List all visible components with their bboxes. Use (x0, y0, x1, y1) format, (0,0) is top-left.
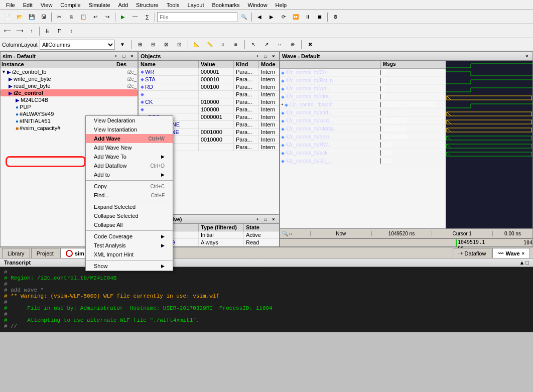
menu-item-view[interactable]: View (37, 1, 57, 9)
copy-btn[interactable]: ⎘ (66, 12, 77, 23)
menu-item-bookmarks[interactable]: Bookmarks (208, 1, 243, 9)
ctx-item-copy[interactable]: Copy Ctrl+C (86, 182, 173, 191)
tree-item-3[interactable]: ▶ i2c_control (1, 89, 138, 96)
save2-btn[interactable]: 🖫 (38, 12, 49, 23)
col-btn8[interactable]: ≡ (230, 39, 241, 50)
transcript-expand-icon[interactable]: ▲ (519, 259, 524, 266)
col-btn1[interactable]: ⊞ (135, 39, 146, 50)
wave-btn[interactable]: 〰 (129, 12, 141, 23)
col-btn11[interactable]: ↔ (274, 39, 285, 50)
ctx-item-expand-selected[interactable]: Expand Selected (86, 202, 173, 211)
ctx-item-xml-import-hint[interactable]: XML Import Hint (86, 250, 173, 259)
ctx-item-view-declaration[interactable]: View Declaration (86, 116, 173, 125)
obj-row-4[interactable]: ◆ CK 010000 Para... Intern (139, 98, 279, 106)
cut-btn[interactable]: ✂ (54, 12, 65, 23)
tab-project[interactable]: Project (31, 248, 59, 258)
tab-wave[interactable]: 〰 Wave × (492, 248, 530, 258)
redo-btn[interactable]: ↪ (102, 12, 113, 23)
ctx-item-add-dataflow[interactable]: Add Dataflow Ctrl+D (86, 161, 173, 170)
wave-row-6[interactable]: ◆ /i2c_control_tb/wird... 11010101 (280, 117, 446, 125)
ctx-item-test-analysis[interactable]: Test Analysis ▶ (86, 241, 173, 250)
processes-icon-window[interactable]: □ (262, 216, 269, 223)
menu-item-add[interactable]: Add (114, 1, 132, 9)
tab-library[interactable]: Library (2, 248, 30, 258)
undo-btn[interactable]: ↩ (90, 12, 101, 23)
nav-btn4[interactable]: ⇊ (42, 26, 53, 37)
search-btn[interactable]: 🔍 (238, 12, 249, 23)
tree-item-1[interactable]: ▶ write_one_byte i2c_ (1, 75, 138, 82)
wave-icon-close[interactable]: × (523, 53, 530, 60)
wave-row-8[interactable]: ◆ /i2c_control_tb/devi... 10100000 (280, 133, 446, 141)
wave-row-9[interactable]: ◆ /i2c_control_tb/RW... St0 (280, 141, 446, 149)
tb-btn2[interactable]: ▶ (266, 12, 277, 23)
obj-row-2[interactable]: ◆ RD 000100 Para... Intern (139, 83, 279, 91)
wave-scroll-icon[interactable]: ↔ (288, 231, 293, 236)
ctx-item-add-wave-to[interactable]: Add Wave To ▶ (86, 152, 173, 161)
ctx-item-view-instantiation[interactable]: View Instantiation (86, 125, 173, 134)
processes-icon-close[interactable]: × (270, 216, 277, 223)
col-btn10[interactable]: ↗ (261, 39, 272, 50)
col-btn5[interactable]: 📐 (191, 39, 202, 50)
wave-zoom-icon[interactable]: 🔍 (282, 231, 288, 236)
tb-btn7[interactable]: ⚙ (330, 12, 341, 23)
wave-row-3[interactable]: ◆ /i2c_control_tb/rdre... 0 (280, 93, 446, 101)
sim-panel-icon-close[interactable]: × (128, 53, 136, 60)
tb-btn4[interactable]: ⏩ (290, 12, 301, 23)
nav-btn3[interactable]: ↑ (26, 26, 37, 37)
tab-wave-close[interactable]: × (522, 251, 524, 256)
col-btn9[interactable]: ↖ (248, 39, 259, 50)
ctx-item-code-coverage[interactable]: Code Coverage ▶ (86, 232, 173, 241)
nav-btn1[interactable]: ⟵ (2, 26, 13, 37)
menu-item-structure[interactable]: Structure (132, 1, 163, 9)
menu-item-simulate[interactable]: Simulate (85, 1, 114, 9)
save-btn[interactable]: 💾 (26, 12, 37, 23)
ctx-item-find...[interactable]: Find... Ctrl+F (86, 191, 173, 200)
col-btn3[interactable]: ⊠ (161, 39, 172, 50)
col-layout-btn[interactable]: ▼ (117, 39, 128, 50)
wave-row-1[interactable]: ◆ /i2c_control_tb/Rst_n 1 (280, 77, 446, 85)
col-btn4[interactable]: ⊡ (174, 39, 185, 50)
wave-row-2[interactable]: ◆ /i2c_control_tb/wrr... 0 (280, 85, 446, 93)
tb-btn6[interactable]: ⏹ (314, 12, 325, 23)
processes-icon-plus[interactable]: + (254, 216, 261, 223)
objects-icon-close[interactable]: × (270, 53, 277, 60)
wave-row-10[interactable]: ◆ /i2c_control_tb/ack St0 (280, 149, 446, 157)
tree-item-0[interactable]: ▼ ▶ i2c_control_tb i2c_ (1, 68, 138, 75)
col-btn6[interactable]: 📏 (204, 39, 215, 50)
wave-row-11[interactable]: ◆ /i2c_control_tb/i2c_... St1 (280, 157, 446, 165)
objects-icon-plus[interactable]: + (254, 53, 261, 60)
transcript-window-icon[interactable]: □ (525, 259, 529, 266)
obj-row-5[interactable]: ◆ 100000 Para... Intern (139, 106, 279, 113)
nav-btn6[interactable]: ↕ (66, 26, 77, 37)
tree-item-2[interactable]: ▶ read_one_byte i2c_ (1, 82, 138, 89)
tb-btn5[interactable]: ⏸ (302, 12, 313, 23)
ctx-item-collapse-selected[interactable]: Collapse Selected (86, 211, 173, 220)
wave-expand-${i}[interactable]: + (281, 102, 284, 107)
ctx-item-add-wave-new[interactable]: Add Wave New (86, 143, 173, 152)
ctx-item-show[interactable]: Show ▶ (86, 262, 173, 271)
objects-icon-window[interactable]: □ (262, 53, 269, 60)
menu-item-window[interactable]: Window (243, 1, 271, 9)
column-layout-select[interactable]: AllColumns (40, 40, 115, 50)
wave-row-0[interactable]: ◆ /i2c_control_tb/Clk 0 (280, 69, 446, 77)
new-btn[interactable]: 📄 (2, 12, 13, 23)
col-btn13[interactable]: ✖ (305, 39, 316, 50)
wave-row-4[interactable]: + ◆ /i2c_control_tb/addr 000011110000000… (280, 101, 446, 109)
sim-btn[interactable]: ∑ (142, 12, 153, 23)
ctx-item-add-wave[interactable]: Add Wave Ctrl+W (86, 134, 173, 143)
menu-item-tools[interactable]: Tools (163, 1, 184, 9)
tree-item-5[interactable]: ● PUP (1, 103, 138, 110)
wave-row-5[interactable]: ◆ /i2c_control_tb/add... 0 (280, 109, 446, 117)
open-btn[interactable]: 📂 (14, 12, 25, 23)
col-btn2[interactable]: ⊟ (148, 39, 159, 50)
menu-item-help[interactable]: Help (272, 1, 291, 9)
paste-btn[interactable]: 📋 (78, 12, 89, 23)
ctx-item-add-to[interactable]: Add to ▶ (86, 170, 173, 179)
tab-dataflow[interactable]: ⇢ Dataflow (453, 248, 492, 258)
nav-btn5[interactable]: ⇈ (54, 26, 65, 37)
menu-item-compile[interactable]: Compile (56, 1, 84, 9)
tb-btn3[interactable]: ⟳ (278, 12, 289, 23)
ctx-item-collapse-all[interactable]: Collapse All (86, 220, 173, 229)
search-input[interactable] (157, 12, 237, 22)
col-btn12[interactable]: ⊕ (287, 39, 298, 50)
